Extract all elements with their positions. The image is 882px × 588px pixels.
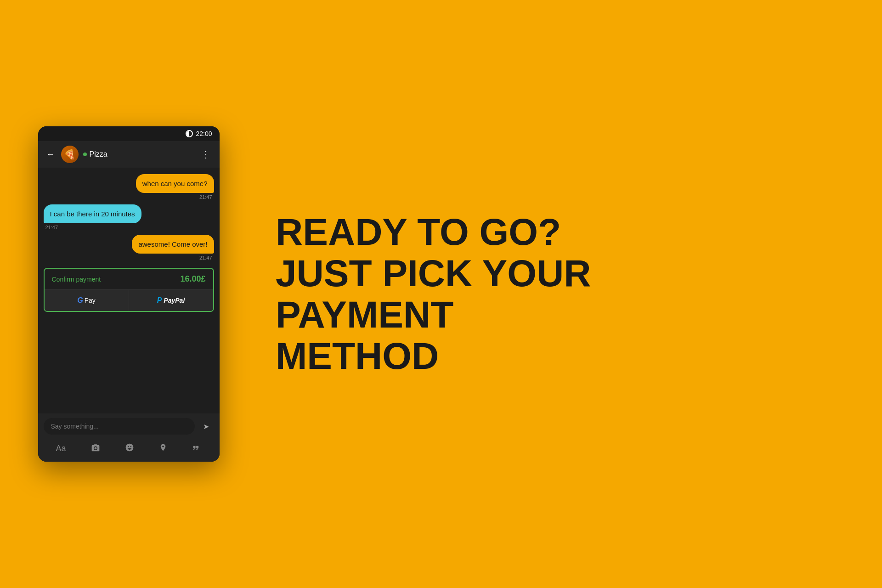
emoji-icon bbox=[125, 445, 134, 454]
gpay-text: Pay bbox=[85, 297, 96, 304]
phone-mockup: 22:00 ← 🍕 Pizza ⋮ when can you come? 21:… bbox=[38, 126, 220, 462]
message-time-1: 21:47 bbox=[198, 194, 214, 200]
chat-header: ← 🍕 Pizza ⋮ bbox=[38, 141, 220, 168]
confirm-payment-label: Confirm payment bbox=[52, 276, 101, 283]
send-button[interactable]: ➤ bbox=[198, 418, 214, 434]
message-time-2: 21:47 bbox=[44, 225, 60, 230]
chat-input-area: ➤ Aa bbox=[38, 413, 220, 462]
promo-line-3: PAYMENT bbox=[276, 294, 591, 335]
payment-card-header: Confirm payment 16.00£ bbox=[45, 269, 213, 290]
promo-text: READY TO GO? JUST PICK YOUR PAYMENT METH… bbox=[276, 211, 591, 377]
location-icon bbox=[159, 445, 167, 454]
contact-info: Pizza bbox=[83, 150, 194, 158]
gpay-logo: G Pay bbox=[77, 296, 96, 305]
emoji-button[interactable] bbox=[121, 441, 138, 456]
promo-line-1: READY TO GO? bbox=[276, 211, 591, 253]
right-panel: READY TO GO? JUST PICK YOUR PAYMENT METH… bbox=[257, 211, 882, 377]
camera-icon bbox=[91, 444, 100, 453]
message-bubble-3: awesome! Come over! bbox=[132, 235, 214, 254]
gpay-button[interactable]: G Pay bbox=[45, 290, 129, 311]
toolbar-row: Aa bbox=[44, 439, 214, 459]
quote-button[interactable] bbox=[188, 441, 205, 456]
promo-line-4: METHOD bbox=[276, 335, 591, 377]
promo-line-2: JUST PICK YOUR bbox=[276, 253, 591, 294]
camera-button[interactable] bbox=[87, 441, 104, 456]
quote-icon bbox=[192, 444, 201, 453]
message-text-1: when can you come? bbox=[142, 180, 208, 187]
status-bar: 22:00 bbox=[38, 126, 220, 141]
battery-icon bbox=[186, 130, 193, 137]
avatar: 🍕 bbox=[61, 146, 79, 163]
back-button[interactable]: ← bbox=[45, 148, 57, 161]
message-wrapper-2: I can be there in 20 minutes 21:47 bbox=[44, 204, 214, 230]
message-bubble-2: I can be there in 20 minutes bbox=[44, 204, 141, 223]
font-icon: Aa bbox=[56, 444, 66, 453]
more-button[interactable]: ⋮ bbox=[198, 147, 213, 162]
paypal-p-icon: P bbox=[157, 296, 162, 305]
message-text-2: I can be there in 20 minutes bbox=[50, 210, 135, 218]
message-wrapper-1: when can you come? 21:47 bbox=[44, 174, 214, 200]
message-time-3: 21:47 bbox=[198, 255, 214, 260]
paypal-button[interactable]: P PayPal bbox=[129, 290, 213, 311]
status-time-container: 22:00 bbox=[186, 130, 212, 137]
payment-amount: 16.00£ bbox=[180, 274, 205, 284]
location-button[interactable] bbox=[155, 441, 171, 456]
avatar-emoji: 🍕 bbox=[64, 149, 75, 160]
payment-card: Confirm payment 16.00£ G Pay P PayPal bbox=[44, 268, 214, 312]
input-row: ➤ bbox=[44, 418, 214, 435]
paypal-text: PayPal bbox=[164, 297, 185, 304]
status-time: 22:00 bbox=[196, 130, 212, 137]
message-bubble-1: when can you come? bbox=[136, 174, 214, 193]
paypal-logo: P PayPal bbox=[157, 296, 185, 305]
font-button[interactable]: Aa bbox=[52, 442, 70, 455]
message-text-3: awesome! Come over! bbox=[138, 240, 207, 248]
contact-name: Pizza bbox=[90, 150, 107, 158]
chat-body: when can you come? 21:47 I can be there … bbox=[38, 168, 220, 413]
gpay-g-icon: G bbox=[77, 296, 83, 305]
send-icon: ➤ bbox=[203, 422, 209, 431]
message-wrapper-3: awesome! Come over! 21:47 bbox=[44, 235, 214, 260]
payment-methods: G Pay P PayPal bbox=[45, 290, 213, 311]
message-input[interactable] bbox=[44, 418, 195, 435]
online-indicator bbox=[83, 153, 87, 156]
left-panel: 22:00 ← 🍕 Pizza ⋮ when can you come? 21:… bbox=[0, 0, 257, 588]
